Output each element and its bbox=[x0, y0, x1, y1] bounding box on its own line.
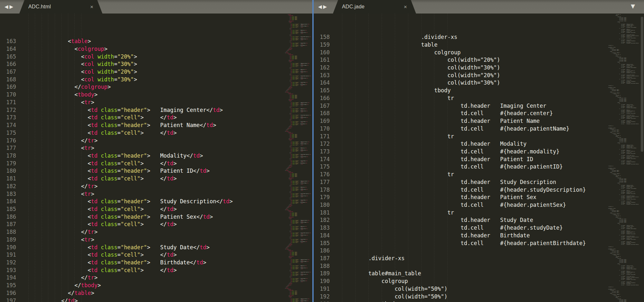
code-line[interactable]: 167 td.header Imaging Center bbox=[314, 102, 644, 110]
code-line[interactable]: 183 <tr> bbox=[0, 190, 312, 198]
code-line[interactable]: 188 </tr> bbox=[0, 228, 312, 236]
code-line[interactable]: 173 td.cell #{header.modality} bbox=[314, 148, 644, 156]
code-line[interactable]: 163 <table> bbox=[0, 38, 312, 45]
code-line[interactable]: 185 td.cell #{header.patientBirthdate} bbox=[314, 240, 644, 247]
code-line[interactable]: 176 </tr> bbox=[0, 137, 312, 145]
code-line[interactable]: 178 td.cell #{header.studyDescription} bbox=[314, 186, 644, 194]
code-line[interactable]: 192 <td class="header"> Birthdate</td> bbox=[0, 259, 312, 267]
code-line[interactable]: 191 col(width="50%") bbox=[314, 285, 644, 293]
line-number: 167 bbox=[314, 102, 339, 110]
code-text: <td class="header"> Patient ID</td> bbox=[25, 167, 210, 175]
right-minimap[interactable]: .divider-xs table colgroup col(width="20… bbox=[604, 14, 640, 302]
code-line[interactable]: 168 <col width="30%"> bbox=[0, 76, 312, 84]
code-line[interactable]: 189 table#main_table bbox=[314, 270, 644, 278]
code-line[interactable]: 169 </colgroup> bbox=[0, 83, 312, 91]
code-line[interactable]: 171 <tr> bbox=[0, 99, 312, 106]
code-line[interactable]: 189 <tr> bbox=[0, 236, 312, 244]
code-line[interactable]: 168 td.cell #{header.center} bbox=[314, 110, 644, 117]
code-line[interactable]: 182 </tr> bbox=[0, 183, 312, 190]
code-line[interactable]: 177 td.header Study Description bbox=[314, 178, 644, 186]
code-line[interactable]: 183 td.cell #{header.studyDate} bbox=[314, 224, 644, 232]
line-number: 195 bbox=[0, 282, 25, 289]
code-line[interactable]: 180 td.cell #{header.patientSex} bbox=[314, 201, 644, 209]
code-line[interactable]: 190 colgroup bbox=[314, 278, 644, 285]
code-line[interactable]: 180 <td class="header"> Patient ID</td> bbox=[0, 167, 312, 175]
minimap-line: td.cell #{header.patientBirthdate} bbox=[604, 244, 640, 245]
code-line[interactable]: 165 <col width="20%"> bbox=[0, 53, 312, 61]
code-line[interactable]: 167 <col width="20%"> bbox=[0, 68, 312, 76]
code-text: <td class="cell"> </td> bbox=[25, 251, 177, 259]
code-line[interactable]: 159 table bbox=[314, 41, 644, 49]
left-minimap[interactable]: <table> <colgroup> <col width="20%"> <co… bbox=[282, 14, 312, 302]
code-line[interactable]: 197 </td> bbox=[0, 297, 312, 302]
tab-adc-jade[interactable]: ADC.jade × bbox=[333, 0, 416, 14]
code-line[interactable]: 179 <td class="cell"> </td> bbox=[0, 160, 312, 168]
code-line[interactable]: 161 col(width="20%") bbox=[314, 56, 644, 64]
code-line[interactable]: 169 td.header Patient Name bbox=[314, 117, 644, 125]
code-line[interactable]: 187 .divider-xs bbox=[314, 255, 644, 262]
code-line[interactable]: 162 col(width="30%") bbox=[314, 64, 644, 72]
nav-forward-icon[interactable]: ▶ bbox=[10, 5, 14, 9]
code-line[interactable]: 187 <td class="cell"> </td> bbox=[0, 221, 312, 228]
scrollbar-thumb[interactable] bbox=[641, 17, 643, 152]
code-line[interactable]: 194 </tr> bbox=[0, 274, 312, 282]
code-line[interactable]: 181 <td class="cell"> </td> bbox=[0, 175, 312, 183]
code-text: td.header Patient Sex bbox=[339, 194, 536, 201]
close-icon[interactable]: × bbox=[404, 4, 407, 10]
code-line[interactable]: 179 td.header Patient Sex bbox=[314, 194, 644, 201]
code-text: tr bbox=[339, 133, 454, 141]
code-line[interactable]: 172 td.header Modality bbox=[314, 140, 644, 148]
line-number: 165 bbox=[0, 53, 25, 61]
code-line[interactable]: 188 bbox=[314, 262, 644, 270]
code-line[interactable]: 164 col(width="30%") bbox=[314, 79, 644, 87]
code-line[interactable]: 177 <tr> bbox=[0, 144, 312, 152]
code-line[interactable]: 191 <td class="cell"> </td> bbox=[0, 251, 312, 259]
code-line[interactable]: 158 .divider-xs bbox=[314, 33, 644, 41]
left-code-area[interactable]: 163 <table>164 <colgroup>165 <col width=… bbox=[0, 14, 312, 302]
code-line[interactable]: 196 </table> bbox=[0, 289, 312, 297]
code-line[interactable]: 192 col(width="50%") bbox=[314, 293, 644, 301]
code-line[interactable]: 175 td.cell #{header.patientID} bbox=[314, 163, 644, 171]
code-line[interactable]: 166 tr bbox=[314, 95, 644, 102]
code-line[interactable]: 175 <td class="cell"> </td> bbox=[0, 129, 312, 137]
code-line[interactable]: 185 <td class="cell"> </td> bbox=[0, 206, 312, 213]
code-line[interactable]: 166 <col width="30%"> bbox=[0, 60, 312, 68]
nav-forward-icon[interactable]: ▶ bbox=[323, 5, 327, 9]
code-line[interactable]: 182 td.header Study Date bbox=[314, 216, 644, 224]
line-number: 177 bbox=[314, 178, 339, 186]
code-line[interactable]: 178 <td class="header"> Modality</td> bbox=[0, 152, 312, 160]
code-line[interactable]: 186 <td class="header"> Patient Sex</td> bbox=[0, 213, 312, 221]
code-line[interactable]: 186 bbox=[314, 247, 644, 255]
line-number: 187 bbox=[0, 221, 25, 228]
code-line[interactable]: 174 <td class="header"> Patient Name</td… bbox=[0, 122, 312, 129]
code-text: </tr> bbox=[25, 228, 98, 236]
code-line[interactable]: 160 colgroup bbox=[314, 49, 644, 57]
nav-back-icon[interactable]: ◀ bbox=[5, 5, 8, 9]
code-line[interactable]: 181 tr bbox=[314, 209, 644, 217]
tab-overflow-icon[interactable]: ▼ bbox=[631, 3, 635, 9]
vertical-scrollbar[interactable] bbox=[640, 14, 644, 302]
right-code-area[interactable]: 158 .divider-xs159 table160 colgroup161 … bbox=[314, 14, 644, 302]
code-line[interactable]: 172 <td class="header"> Imaging Center</… bbox=[0, 106, 312, 114]
code-line[interactable]: 164 <colgroup> bbox=[0, 45, 312, 53]
code-line[interactable]: 184 <td class="header"> Study Descriptio… bbox=[0, 198, 312, 206]
nav-back-icon[interactable]: ◀ bbox=[318, 5, 322, 9]
code-line[interactable]: 171 tr bbox=[314, 133, 644, 141]
code-line[interactable]: 193 tbody bbox=[314, 300, 644, 302]
code-line[interactable]: 190 <td class="header"> Study Date</td> bbox=[0, 244, 312, 252]
code-line[interactable]: 176 tr bbox=[314, 171, 644, 178]
code-line[interactable]: 184 td.header Birthdate bbox=[314, 232, 644, 240]
code-line[interactable]: 165 tbody bbox=[314, 87, 644, 95]
pane-divider[interactable] bbox=[312, 0, 314, 302]
code-line[interactable]: 173 <td class="cell"> </td> bbox=[0, 114, 312, 122]
code-line[interactable]: 170 <tbody> bbox=[0, 91, 312, 99]
code-text: td.cell #{header.patientBirthdate} bbox=[339, 240, 586, 247]
code-line[interactable]: 170 td.cell #{header.patientName} bbox=[314, 125, 644, 133]
line-number: 197 bbox=[0, 297, 25, 302]
tab-adc-html[interactable]: ADC.html × bbox=[19, 0, 102, 14]
code-line[interactable]: 193 <td class="cell"> </td> bbox=[0, 267, 312, 274]
code-line[interactable]: 195 </tbody> bbox=[0, 282, 312, 289]
code-line[interactable]: 174 td.header Patient ID bbox=[314, 156, 644, 163]
code-line[interactable]: 163 col(width="20%") bbox=[314, 72, 644, 79]
close-icon[interactable]: × bbox=[90, 4, 93, 10]
